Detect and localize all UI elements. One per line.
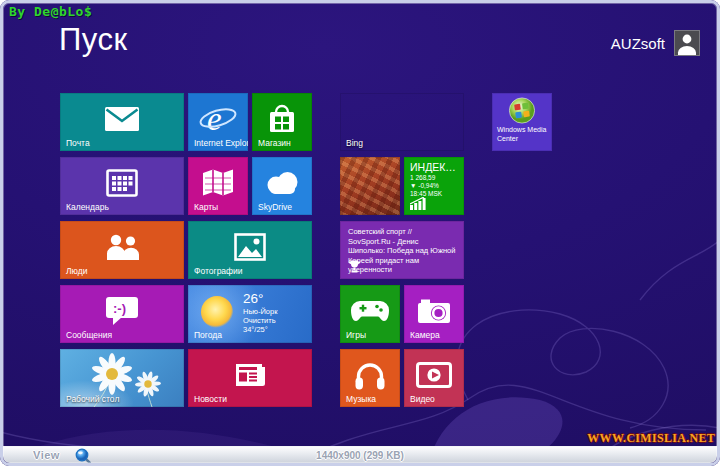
wmc-logo-icon <box>509 97 536 124</box>
tile-label: Internet Explorer <box>194 138 248 148</box>
tile-label: Рабочий стол <box>66 394 119 404</box>
tile-desktop[interactable]: Рабочий стол <box>60 349 184 407</box>
finance-index-title: ИНДЕК… <box>410 161 456 173</box>
user-name: AUZsoft <box>611 35 665 52</box>
tile-games[interactable]: Игры <box>340 285 400 343</box>
tile-maps[interactable]: Карты <box>188 157 248 215</box>
tile-messages[interactable]: :-) Сообщения <box>60 285 184 343</box>
svg-text:e: e <box>207 101 222 137</box>
photos-icon <box>234 233 266 261</box>
tile-label: Магазин <box>258 138 291 148</box>
finance-change: ▼ -0,94% <box>410 182 439 189</box>
camera-icon <box>417 298 451 324</box>
tile-label: Фотографии <box>194 266 243 276</box>
weather-range: 34°/25° <box>243 325 277 334</box>
tile-label: Карты <box>194 202 218 212</box>
tile-calendar[interactable]: Календарь <box>60 157 184 215</box>
tile-label: Календарь <box>66 202 109 212</box>
tile-internet-explorer[interactable]: e Internet Explorer <box>188 93 248 151</box>
video-player-icon <box>416 362 452 388</box>
sports-headline: Советский спорт // SovSport.Ru - Денис Ш… <box>348 227 456 275</box>
tile-video[interactable]: Видео <box>404 349 464 407</box>
image-viewer: By De@bLo$ Пуск AUZsoft Почта e Internet… <box>0 0 720 466</box>
weather-city: Нью-Йорк <box>243 307 277 316</box>
chart-icon <box>410 197 426 210</box>
weather-condition: Очистить <box>243 316 277 325</box>
newspaper-icon <box>234 362 266 388</box>
tile-music[interactable]: Музыка <box>340 349 400 407</box>
user-account[interactable]: AUZsoft <box>611 30 700 56</box>
tile-weather[interactable]: 26° Нью-Йорк Очистить 34°/25° Погода <box>188 285 312 343</box>
tile-news[interactable]: Новости <box>188 349 312 407</box>
tile-label: Почта <box>66 138 90 148</box>
trophy-icon <box>348 260 361 273</box>
weather-temp: 26° <box>243 291 277 306</box>
tile-group-right: Bing ИНДЕК… 1 268,59 ▼ -0,94% 18:45 MSK … <box>340 93 464 407</box>
viewer-bottom-bar: View 1440x900 (299 KB) <box>3 446 717 463</box>
tile-windows-media-center[interactable]: Windows Media Center <box>492 93 552 151</box>
gamepad-icon <box>350 299 390 323</box>
tile-label: Музыка <box>346 394 376 404</box>
tile-label: SkyDrive <box>258 202 292 212</box>
calendar-icon <box>106 168 138 198</box>
start-screen: By De@bLo$ Пуск AUZsoft Почта e Internet… <box>0 0 720 466</box>
tile-label: Люди <box>66 266 87 276</box>
store-bag-icon <box>268 104 296 134</box>
tile-people[interactable]: Люди <box>60 221 184 279</box>
maps-icon <box>201 169 235 197</box>
svg-text::-): :-) <box>113 300 126 315</box>
headphones-icon <box>354 360 386 390</box>
page-title: Пуск <box>59 22 128 58</box>
cloud-icon <box>263 171 301 195</box>
tile-label: Windows Media Center <box>497 126 552 143</box>
internet-explorer-icon: e <box>198 100 238 138</box>
finance-time: 18:45 MSK <box>410 190 442 197</box>
author-watermark: By De@bLo$ <box>9 4 92 19</box>
tile-photos[interactable]: Фотографии <box>188 221 312 279</box>
message-bubble-icon: :-) <box>105 296 139 326</box>
tile-store[interactable]: Магазин <box>252 93 312 151</box>
tile-label: Погода <box>194 330 222 340</box>
tile-sports-news[interactable]: Советский спорт // SovSport.Ru - Денис Ш… <box>340 221 464 279</box>
tile-travel-photo[interactable] <box>340 157 400 215</box>
tile-label: Bing <box>346 138 363 148</box>
tile-label: Сообщения <box>66 330 112 340</box>
mail-icon <box>105 107 139 131</box>
tile-label: Новости <box>194 394 227 404</box>
user-avatar-icon[interactable] <box>674 30 700 56</box>
tile-skydrive[interactable]: SkyDrive <box>252 157 312 215</box>
tile-group-left: Почта e Internet Explorer Магазин Календ… <box>60 93 312 407</box>
tile-label: Видео <box>410 394 435 404</box>
tile-label: Камера <box>410 330 440 340</box>
site-watermark: WWW.CIMISLIA.NET <box>587 431 715 446</box>
resolution-label: 1440x900 (299 KB) <box>3 450 717 461</box>
weather-info: 26° Нью-Йорк Очистить 34°/25° <box>243 291 277 334</box>
tile-bing[interactable]: Bing <box>340 93 464 151</box>
sun-icon <box>201 296 233 328</box>
tile-finance[interactable]: ИНДЕК… 1 268,59 ▼ -0,94% 18:45 MSK <box>404 157 464 215</box>
people-icon <box>103 234 141 260</box>
finance-value: 1 268,59 <box>410 174 435 181</box>
tile-mail[interactable]: Почта <box>60 93 184 151</box>
tile-camera[interactable]: Камера <box>404 285 464 343</box>
tile-label: Игры <box>346 330 366 340</box>
